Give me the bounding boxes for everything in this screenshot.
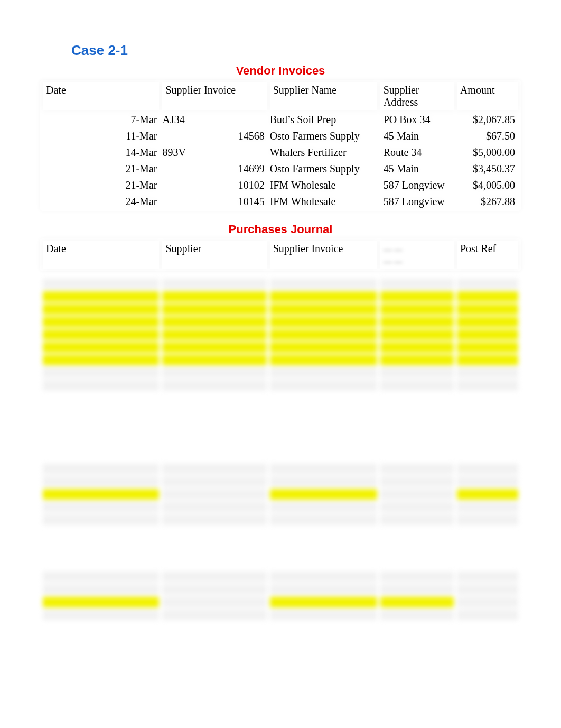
cell-date: 14-Mar bbox=[43, 145, 159, 160]
cell-amount: $5,000.00 bbox=[457, 145, 518, 160]
cell-address: 587 Longview bbox=[380, 195, 454, 209]
col-invoice: Supplier Invoice bbox=[270, 241, 377, 269]
vendor-invoices-table: Date Supplier Invoice Supplier Name Supp… bbox=[40, 80, 521, 211]
cell-name: Whalers Fertilizer bbox=[270, 145, 377, 160]
cell-address: 45 Main bbox=[380, 162, 454, 176]
cell-invoice: 893V bbox=[162, 145, 266, 160]
vendor-invoices-title: Vendor Invoices bbox=[40, 64, 521, 78]
cell-address: 45 Main bbox=[380, 129, 454, 143]
cell-invoice: 10102 bbox=[162, 178, 266, 192]
cell-amount: $267.88 bbox=[457, 195, 518, 209]
blurred-header-text: — —— — bbox=[384, 245, 403, 266]
purchases-journal-blurred-rows bbox=[40, 277, 521, 393]
table-row: 11-Mar 14568 Osto Farmers Supply 45 Main… bbox=[43, 129, 518, 143]
document-page: Case 2-1 Vendor Invoices Date Supplier I… bbox=[0, 0, 561, 643]
cell-name: Osto Farmers Supply bbox=[270, 162, 377, 176]
table-row: 24-Mar 10145 IFM Wholesale 587 Longview … bbox=[43, 195, 518, 209]
cell-invoice: AJ34 bbox=[162, 113, 266, 127]
cell-name: IFM Wholesale bbox=[270, 195, 377, 209]
purchases-journal-table-wrap: Date Supplier Supplier Invoice — —— — Po… bbox=[40, 238, 521, 271]
cell-date: 11-Mar bbox=[43, 129, 159, 143]
cell-date: 21-Mar bbox=[43, 162, 159, 176]
table-row: 14-Mar 893V Whalers Fertilizer Route 34 … bbox=[43, 145, 518, 160]
vendor-invoices-table-wrap: Date Supplier Invoice Supplier Name Supp… bbox=[40, 80, 521, 211]
cell-name: Osto Farmers Supply bbox=[270, 129, 377, 143]
cell-address: Route 34 bbox=[380, 145, 454, 160]
col-amount: Amount bbox=[457, 82, 518, 110]
cell-amount: $4,005.00 bbox=[457, 178, 518, 192]
cell-amount: $67.50 bbox=[457, 129, 518, 143]
case-title: Case 2-1 bbox=[71, 42, 521, 59]
col-supplier: Supplier bbox=[162, 241, 266, 269]
purchases-journal-title: Purchases Journal bbox=[40, 223, 521, 236]
cell-invoice: 14568 bbox=[162, 129, 266, 143]
purchases-journal-table: Date Supplier Supplier Invoice — —— — Po… bbox=[40, 238, 521, 271]
col-postref: Post Ref bbox=[457, 241, 518, 269]
cell-address: 587 Longview bbox=[380, 178, 454, 192]
table-row: 21-Mar 10102 IFM Wholesale 587 Longview … bbox=[43, 178, 518, 192]
table-row: 21-Mar 14699 Osto Farmers Supply 45 Main… bbox=[43, 162, 518, 176]
cell-amount: $2,067.85 bbox=[457, 113, 518, 127]
cell-amount: $3,450.37 bbox=[457, 162, 518, 176]
table-row: 7-Mar AJ34 Bud’s Soil Prep PO Box 34 $2,… bbox=[43, 113, 518, 127]
table-header-row: Date Supplier Invoice Supplier Name Supp… bbox=[43, 82, 518, 110]
cell-invoice: 14699 bbox=[162, 162, 266, 176]
spacer bbox=[40, 527, 521, 564]
col-date: Date bbox=[43, 241, 159, 269]
cell-date: 7-Mar bbox=[43, 113, 159, 127]
spacer bbox=[40, 393, 521, 456]
table-header-row: Date Supplier Supplier Invoice — —— — Po… bbox=[43, 241, 518, 269]
cell-name: Bud’s Soil Prep bbox=[270, 113, 377, 127]
blurred-table-block-1 bbox=[40, 462, 521, 527]
col-blurred: — —— — bbox=[380, 241, 454, 269]
col-date: Date bbox=[43, 82, 159, 110]
cell-date: 24-Mar bbox=[43, 195, 159, 209]
cell-date: 21-Mar bbox=[43, 178, 159, 192]
col-name: Supplier Name bbox=[270, 82, 377, 110]
cell-name: IFM Wholesale bbox=[270, 178, 377, 192]
cell-invoice: 10145 bbox=[162, 195, 266, 209]
cell-address: PO Box 34 bbox=[380, 113, 454, 127]
col-address: Supplier Address bbox=[380, 82, 454, 110]
col-invoice: Supplier Invoice bbox=[162, 82, 266, 110]
blurred-table-block-2 bbox=[40, 569, 521, 622]
